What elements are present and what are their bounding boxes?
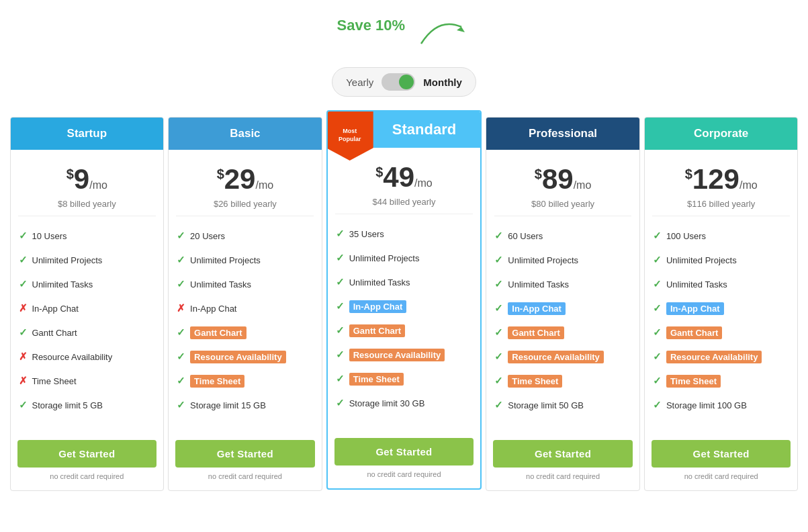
feature-label: Time Sheet xyxy=(32,376,77,386)
plan-card-standard: Most Popular Standard $49/mo $44 billed … xyxy=(326,110,482,490)
feature-label-highlighted: Time Sheet xyxy=(349,373,404,386)
feature-item: ✓35 Users xyxy=(336,224,473,243)
plan-header-standard: Most Popular Standard xyxy=(328,112,481,148)
feature-label: Gantt Chart xyxy=(32,328,77,338)
feature-label: Unlimited Projects xyxy=(190,255,261,265)
price-main: $9/mo xyxy=(17,163,157,195)
price-main: $89/mo xyxy=(493,163,633,195)
get-started-button[interactable]: Get Started xyxy=(334,438,474,466)
check-icon: ✓ xyxy=(653,351,662,363)
feature-label: 60 Users xyxy=(508,231,543,241)
feature-item: ✓In-App Chat xyxy=(336,297,473,316)
plan-header-professional: Professional xyxy=(486,118,639,150)
plan-card-basic: Basic $29/mo $26 billed yearly ✓20 Users… xyxy=(168,117,322,491)
feature-item: ✓Resource Availability xyxy=(653,347,790,366)
get-started-section: Get Started no credit card required xyxy=(11,433,164,490)
feature-item: ✗In-App Chat xyxy=(177,299,314,318)
cross-icon: ✗ xyxy=(19,302,28,314)
get-started-button[interactable]: Get Started xyxy=(493,440,633,468)
check-icon: ✓ xyxy=(653,278,662,290)
feature-item: ✓Storage limit 15 GB xyxy=(177,396,314,414)
check-icon: ✓ xyxy=(653,230,662,242)
divider xyxy=(652,216,790,216)
feature-item: ✓Time Sheet xyxy=(653,371,790,390)
feature-item: ✓Resource Availability xyxy=(177,347,314,366)
check-icon: ✓ xyxy=(494,278,503,290)
save-section: Save 10% xyxy=(297,13,512,60)
feature-item: ✓Gantt Chart xyxy=(653,323,790,342)
feature-label: Storage limit 15 GB xyxy=(190,400,266,410)
no-cc-label: no credit card required xyxy=(17,472,157,480)
feature-item: ✓Time Sheet xyxy=(336,369,473,388)
feature-item: ✓Gantt Chart xyxy=(336,321,473,340)
feature-item: ✓Time Sheet xyxy=(177,371,314,390)
check-icon: ✓ xyxy=(494,326,503,339)
check-icon: ✓ xyxy=(19,399,28,411)
get-started-section: Get Started no credit card required xyxy=(328,431,481,488)
feature-label: Storage limit 50 GB xyxy=(508,400,584,410)
feature-label-highlighted: Gantt Chart xyxy=(508,326,564,339)
check-icon: ✓ xyxy=(177,230,185,242)
billing-toggle[interactable]: Yearly Monthly xyxy=(332,67,476,97)
feature-item: ✗Resource Availability xyxy=(19,347,156,366)
feature-item: ✓Storage limit 30 GB xyxy=(336,394,473,412)
get-started-button[interactable]: Get Started xyxy=(17,440,157,468)
features-list: ✓60 Users✓Unlimited Projects✓Unlimited T… xyxy=(486,220,639,433)
get-started-button[interactable]: Get Started xyxy=(175,440,315,468)
feature-label-highlighted: Resource Availability xyxy=(666,351,762,363)
feature-item: ✓Unlimited Projects xyxy=(336,249,473,267)
check-icon: ✓ xyxy=(177,326,185,339)
no-cc-label: no credit card required xyxy=(334,470,474,478)
save-arrow xyxy=(418,13,472,53)
price-section: $129/mo $116 billed yearly xyxy=(645,150,798,216)
get-started-button[interactable]: Get Started xyxy=(652,440,791,468)
feature-label-highlighted: Time Sheet xyxy=(190,375,244,388)
feature-label: Resource Availability xyxy=(32,352,113,362)
check-icon: ✓ xyxy=(336,276,345,288)
feature-item: ✓Resource Availability xyxy=(494,347,631,366)
price-yearly: $116 billed yearly xyxy=(652,199,791,209)
toggle-switch[interactable] xyxy=(381,73,415,91)
price-section: $9/mo $8 billed yearly xyxy=(11,150,164,216)
feature-label: Storage limit 5 GB xyxy=(32,400,103,410)
feature-item: ✓Unlimited Projects xyxy=(653,251,790,269)
feature-label: In-App Chat xyxy=(32,304,79,314)
divider xyxy=(494,216,632,216)
feature-label-highlighted: Gantt Chart xyxy=(190,326,246,339)
monthly-label: Monthly xyxy=(423,77,462,88)
feature-item: ✓Unlimited Projects xyxy=(494,251,631,269)
feature-item: ✓In-App Chat xyxy=(494,299,631,318)
feature-item: ✓Storage limit 50 GB xyxy=(494,396,631,414)
get-started-section: Get Started no credit card required xyxy=(645,433,798,490)
feature-label-highlighted: Gantt Chart xyxy=(666,326,723,339)
check-icon: ✓ xyxy=(336,349,345,361)
feature-label-highlighted: Resource Availability xyxy=(508,351,604,363)
feature-item: ✓Unlimited Projects xyxy=(19,251,156,269)
check-icon: ✓ xyxy=(494,375,503,387)
plans-wrapper: Startup $9/mo $8 billed yearly ✓10 Users… xyxy=(8,117,801,491)
plan-header-basic: Basic xyxy=(169,118,322,150)
features-list: ✓100 Users✓Unlimited Projects✓Unlimited … xyxy=(645,220,798,433)
price-main: $29/mo xyxy=(175,163,315,195)
feature-label: 100 Users xyxy=(666,231,706,241)
check-icon: ✓ xyxy=(494,351,503,363)
check-icon: ✓ xyxy=(19,230,28,242)
check-icon: ✓ xyxy=(336,324,345,337)
feature-item: ✓Gantt Chart xyxy=(177,323,314,342)
feature-label: In-App Chat xyxy=(190,304,236,314)
check-icon: ✓ xyxy=(177,254,185,266)
cross-icon: ✗ xyxy=(19,375,28,387)
plan-header-startup: Startup xyxy=(11,118,164,150)
check-icon: ✓ xyxy=(336,252,345,264)
feature-item: ✗In-App Chat xyxy=(19,299,156,318)
feature-label: Unlimited Projects xyxy=(508,255,578,265)
feature-item: ✓Resource Availability xyxy=(336,345,473,364)
check-icon: ✓ xyxy=(177,351,185,363)
check-icon: ✓ xyxy=(494,254,503,266)
check-icon: ✓ xyxy=(494,302,503,314)
check-icon: ✓ xyxy=(653,254,662,266)
check-icon: ✓ xyxy=(177,375,185,387)
price-section: $29/mo $26 billed yearly xyxy=(169,150,322,216)
feature-label-highlighted: Time Sheet xyxy=(508,375,562,388)
save-label: Save 10% xyxy=(337,17,406,34)
